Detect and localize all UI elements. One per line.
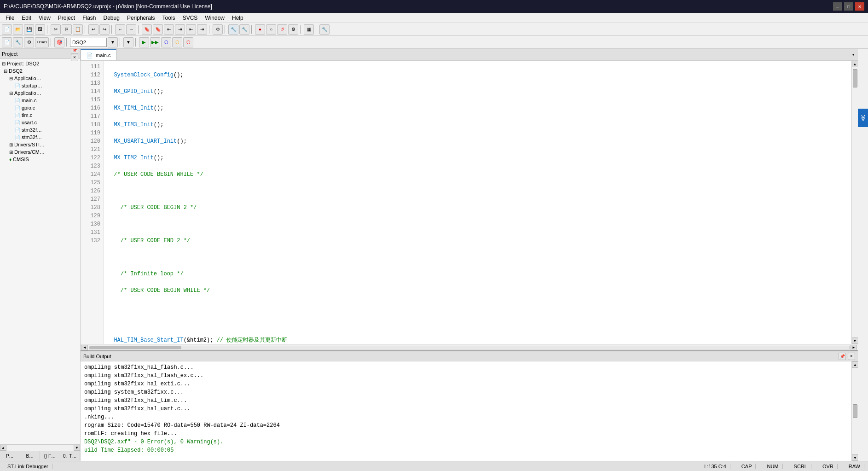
- tb2-btn2[interactable]: 🔧: [13, 37, 23, 47]
- tb2-build4[interactable]: ⬡: [172, 37, 182, 47]
- code-editor[interactable]: 111 112 113 114 115 116 117 118 119 120 …: [81, 61, 851, 344]
- hscroll-left-btn[interactable]: ◀: [81, 345, 88, 350]
- tb-back[interactable]: ←: [115, 24, 125, 35]
- debugger-status: ST-Link Debugger: [4, 464, 52, 469]
- tb-undo[interactable]: ↩: [88, 24, 98, 35]
- sidebar-tab-project[interactable]: P…: [0, 451, 20, 461]
- build-scroll-up[interactable]: ▲: [852, 361, 858, 368]
- tree-startup[interactable]: 📄 startup…: [0, 82, 80, 89]
- tb-layout[interactable]: ▦: [304, 24, 314, 35]
- tb-build-related[interactable]: ⚙: [213, 24, 223, 35]
- tb-run[interactable]: ●: [255, 24, 265, 35]
- tab-label: main.c: [96, 52, 110, 58]
- tb2-target[interactable]: 🎯: [54, 37, 64, 47]
- tb-redo[interactable]: ↪: [99, 24, 110, 35]
- build-output-close[interactable]: ×: [848, 353, 855, 360]
- hscroll: ◀ ▶: [81, 344, 858, 350]
- tb-cfg2[interactable]: 🔧: [239, 24, 249, 35]
- sidebar-scroll-up[interactable]: ▲: [0, 445, 6, 451]
- tb-indent2[interactable]: ⇤: [186, 24, 196, 35]
- tb-reset[interactable]: ↺: [277, 24, 287, 35]
- menu-tools[interactable]: Tools: [159, 14, 179, 22]
- close-button[interactable]: ✕: [855, 2, 864, 11]
- tree-stm1[interactable]: 📄 stm32f…: [0, 126, 80, 134]
- hscroll-right-btn[interactable]: ▶: [851, 345, 857, 350]
- maximize-button[interactable]: □: [844, 2, 853, 11]
- sidebar-pin-btn[interactable]: 📌: [71, 49, 78, 54]
- menu-view[interactable]: View: [35, 14, 54, 22]
- project-tree: ⊟ Project: DSQ2 ⊟ DSQ2 ⊟ Applicatio… 📄 s…: [0, 59, 80, 444]
- menu-file[interactable]: File: [2, 14, 18, 22]
- tb2-build3[interactable]: ⬡: [161, 37, 171, 47]
- sidebar-tab-funcs[interactable]: {} F…: [40, 451, 60, 461]
- vscroll-thumb[interactable]: [853, 69, 857, 87]
- build-output-pin[interactable]: 📌: [839, 353, 846, 360]
- tree-usart[interactable]: 📄 usart.c: [0, 119, 80, 126]
- tb2-load[interactable]: LOAD: [35, 37, 49, 47]
- uv-corner-icon: ≫: [859, 115, 867, 122]
- uv-corner-button[interactable]: ≫: [858, 109, 868, 127]
- tb2-build5[interactable]: ⬡: [183, 37, 193, 47]
- sidebar-scroll-down[interactable]: ▼: [74, 445, 80, 451]
- tree-project[interactable]: ⊟ Project: DSQ2: [0, 60, 80, 67]
- tb-stop[interactable]: ○: [266, 24, 276, 35]
- tb-bookmark[interactable]: 🔖: [142, 24, 152, 35]
- tb-wrench[interactable]: 🔧: [319, 24, 330, 35]
- tb-special[interactable]: ⚙: [288, 24, 298, 35]
- stm1-label: stm32f…: [22, 127, 42, 133]
- tb2-filter[interactable]: ▼: [123, 37, 133, 47]
- tb-indentl[interactable]: ⇤: [164, 24, 174, 35]
- tb-paste[interactable]: 📋: [73, 24, 83, 35]
- tb-copy[interactable]: ⎘: [62, 24, 72, 35]
- code-lines[interactable]: SystemClock_Config(); MX_GPIO_Init(); MX…: [104, 61, 851, 344]
- tree-drivers-st[interactable]: ⊞ Drivers/STI…: [0, 141, 80, 148]
- tree-app2[interactable]: ⊟ Applicatio…: [0, 89, 80, 97]
- sidebar-tab-templates[interactable]: 0↓ T…: [60, 451, 81, 461]
- tb-save[interactable]: 💾: [24, 24, 34, 35]
- build-output-content[interactable]: ompiling stm32f1xx_hal_flash.c... ompili…: [81, 361, 851, 461]
- tb2-build1[interactable]: ▶: [139, 37, 149, 47]
- tree-stm2[interactable]: 📄 stm32f…: [0, 134, 80, 141]
- tb-new-file[interactable]: 📄: [2, 24, 12, 35]
- tree-drivers-cm[interactable]: ⊞ Drivers/CM…: [0, 148, 80, 156]
- menu-peripherals[interactable]: Peripherals: [123, 14, 159, 22]
- tb2-build2[interactable]: ▶▶: [150, 37, 160, 47]
- tree-app1[interactable]: ⊟ Applicatio…: [0, 75, 80, 82]
- menu-project[interactable]: Project: [54, 14, 79, 22]
- tb-cfg1[interactable]: 🔧: [228, 24, 238, 35]
- menu-flash[interactable]: Flash: [79, 14, 99, 22]
- minimize-button[interactable]: –: [833, 2, 842, 11]
- tb-indentr[interactable]: ⇥: [175, 24, 185, 35]
- tb2-btn1[interactable]: 📄: [2, 37, 12, 47]
- menu-help[interactable]: Help: [228, 14, 247, 22]
- sep1: [47, 25, 49, 34]
- tree-cmsis[interactable]: ♦ CMSIS: [0, 156, 80, 163]
- menu-edit[interactable]: Edit: [18, 14, 35, 22]
- tab-dropdown-btn[interactable]: ▾: [849, 49, 858, 60]
- tb-indent3[interactable]: ⇥: [197, 24, 207, 35]
- tree-dsq2[interactable]: ⊟ DSQ2: [0, 67, 80, 75]
- tb-open[interactable]: 📂: [13, 24, 23, 35]
- target-dropdown-btn[interactable]: ▼: [108, 37, 118, 47]
- vscroll-up-btn[interactable]: ▲: [852, 61, 858, 67]
- menu-window[interactable]: Window: [201, 14, 228, 22]
- hscroll-track[interactable]: [89, 346, 850, 349]
- build-scroll-thumb[interactable]: [853, 404, 857, 418]
- tree-tim[interactable]: 📄 tim.c: [0, 111, 80, 119]
- build-scroll-down[interactable]: ▼: [852, 454, 858, 461]
- tb-save-all[interactable]: 🖫: [35, 24, 45, 35]
- tb-bookmark2[interactable]: 🔖: [153, 24, 163, 35]
- status-left: ST-Link Debugger: [4, 464, 52, 469]
- tb2-btn3[interactable]: ⚙: [24, 37, 34, 47]
- vscroll-down-btn[interactable]: ▼: [852, 337, 858, 344]
- tb-cut[interactable]: ✂: [51, 24, 61, 35]
- tab-main-c[interactable]: 📄 main.c: [81, 49, 116, 60]
- menu-debug[interactable]: Debug: [100, 14, 123, 22]
- line-125: [107, 303, 848, 311]
- target-dropdown[interactable]: DSQ2: [70, 38, 107, 47]
- sidebar-tab-books[interactable]: B…: [20, 451, 41, 461]
- tree-main[interactable]: 📄 main.c: [0, 97, 80, 104]
- tree-gpio[interactable]: 📄 gpio.c: [0, 104, 80, 111]
- tb-forward[interactable]: →: [126, 24, 136, 35]
- menu-svcs[interactable]: SVCS: [179, 14, 202, 22]
